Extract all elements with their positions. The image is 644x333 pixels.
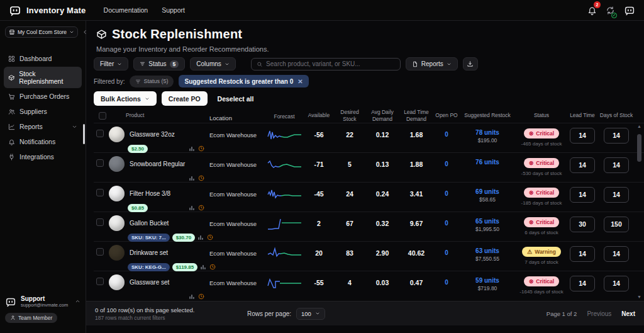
open-po-link[interactable]: 0 [445,274,448,286]
restock-filter-chip[interactable]: Suggested Restock is greater than 0 ✕ [179,75,308,87]
rows-per-page-select[interactable]: 100 [296,308,325,320]
column-header-status[interactable]: Status [515,112,568,119]
sidebar-item-stock-replenishment[interactable]: Stock Replenishment [4,67,82,88]
table-row[interactable]: Drinkware set SKU: KEG-G... $119.85 Ecom… [94,241,644,271]
product-name[interactable]: Filter Hose 3/8 [130,190,170,197]
nav-documentation[interactable]: Documentation [104,6,148,14]
lead-time-input[interactable]: 14 [570,187,595,203]
sync-status-button[interactable]: ✓ [606,4,615,16]
row-checkbox[interactable] [96,248,104,256]
column-header-lead-time-demand[interactable]: Lead Time Demand [399,109,433,122]
table-row[interactable]: Snowboard Regular Ecom Warehouse -71 5 0… [94,152,644,182]
sidebar-item-integrations[interactable]: Integrations [4,150,82,164]
column-header-days-of-stock[interactable]: Days of Stock [597,112,636,119]
lead-time-input[interactable]: 14 [570,157,595,173]
bar-chart-icon[interactable] [189,293,195,300]
clock-icon[interactable] [198,293,204,300]
reports-button[interactable]: Reports [406,57,458,71]
column-header-desired-stock[interactable]: Desired Stock [334,109,365,122]
open-po-link[interactable]: 0 [445,215,448,227]
bulk-actions-button[interactable]: Bulk Actions [94,91,157,106]
scrollbar-thumb[interactable] [637,134,641,162]
days-of-stock-input[interactable]: 14 [604,187,629,203]
product-name[interactable]: Glassware set [130,279,169,286]
open-po-link[interactable]: 0 [445,186,448,197]
open-po-link[interactable]: 0 [445,127,448,138]
suggested-restock-link[interactable]: 78 units [460,127,515,136]
table-row[interactable]: Glassware set Ecom Warehouse -55 4 0.03 [94,271,644,300]
bar-chart-icon[interactable] [189,175,195,181]
clock-icon[interactable] [198,205,204,211]
column-header-suggested-restock[interactable]: Suggested Restock [460,112,515,119]
row-checkbox[interactable] [96,189,104,196]
account-avatar[interactable] [624,4,635,16]
store-selector[interactable]: My Cool Ecom Store [5,26,78,38]
column-header-location[interactable]: Location [209,110,265,122]
scroll-up-icon[interactable]: ▲ [637,124,641,129]
lead-time-input[interactable]: 30 [570,217,595,232]
product-name[interactable]: Snowboard Regular [130,161,185,167]
lead-time-input[interactable]: 14 [570,128,595,144]
scroll-down-icon[interactable]: ▼ [637,295,641,300]
column-header-open-po[interactable]: Open PO [433,112,460,119]
suggested-restock-link[interactable]: 63 units [460,245,515,254]
clock-icon[interactable] [198,145,204,152]
nav-support[interactable]: Support [162,6,185,14]
days-of-stock-input[interactable]: 14 [604,246,629,262]
table-row[interactable]: Filter Hose 3/8 $0.85 Ecom Warehouse -45 [94,182,644,212]
status-filter-chip[interactable]: Status (5) [130,76,174,87]
suggested-restock-link[interactable]: 65 units [460,215,515,225]
product-name[interactable]: Drinkware set [130,249,168,256]
status-filter-button[interactable]: Status 5 [133,57,185,71]
days-of-stock-input[interactable]: 150 [604,217,629,232]
row-checkbox[interactable] [96,159,104,167]
support-account[interactable]: Support support@invmate.com [5,295,80,308]
next-page-button[interactable]: Next [621,310,635,317]
row-checkbox[interactable] [96,130,104,137]
clock-icon[interactable] [198,175,204,181]
bar-chart-icon[interactable] [200,264,206,270]
columns-button[interactable]: Columns [190,57,235,71]
sidebar-item-notifications[interactable]: Notifications [4,135,82,149]
sidebar-item-suppliers[interactable]: Suppliers [4,104,82,118]
lead-time-input[interactable]: 14 [570,276,595,291]
product-name[interactable]: Glassware 32oz [130,131,175,138]
table-scrollbar[interactable]: ▲ ▼ [636,124,643,300]
bar-chart-icon[interactable] [189,145,195,152]
create-po-button[interactable]: Create PO [162,91,208,106]
table-row[interactable]: Glassware 32oz $2.50 Ecom Warehouse -56 [94,123,644,152]
column-header-lead-time[interactable]: Lead Time [568,112,597,119]
sidebar-scrollbar-thumb[interactable] [83,124,85,144]
previous-page-button[interactable]: Previous [587,310,611,317]
column-header-avg-daily-demand[interactable]: Avg Daily Demand [365,109,399,122]
bar-chart-icon[interactable] [197,234,204,240]
export-button[interactable] [463,57,478,71]
filter-button[interactable]: Filter [94,57,128,71]
column-header-available[interactable]: Available [304,112,334,119]
days-of-stock-input[interactable]: 14 [604,157,629,173]
deselect-all-button[interactable]: Deselect all [218,95,254,103]
column-header-product[interactable]: Product [109,112,209,119]
suggested-restock-link[interactable]: 69 units [460,186,515,195]
suggested-restock-link[interactable]: 76 units [460,156,515,166]
search-input[interactable] [266,60,395,67]
available-cell: -55 [304,274,334,300]
bar-chart-icon[interactable] [189,205,195,211]
column-header-forecast[interactable]: Forecast [265,111,304,120]
days-of-stock-input[interactable]: 14 [604,128,629,144]
lead-time-input[interactable]: 14 [570,246,595,262]
suggested-restock-link[interactable]: 59 units [460,274,515,284]
open-po-link[interactable]: 0 [445,245,448,256]
sidebar-item-dashboard[interactable]: Dashboard [4,52,82,65]
select-all-checkbox[interactable] [99,112,106,120]
days-of-stock-input[interactable]: 14 [604,276,629,291]
open-po-link[interactable]: 0 [445,156,448,167]
notifications-button[interactable]: 2 [587,4,597,16]
row-checkbox[interactable] [96,278,104,285]
sidebar-item-reports[interactable]: Reports [4,120,82,133]
row-checkbox[interactable] [96,218,104,226]
remove-filter-icon[interactable]: ✕ [297,78,303,85]
sidebar-item-purchase-orders[interactable]: Purchase Orders [4,89,82,103]
product-name[interactable]: Gallon Bucket [130,220,169,227]
table-row[interactable]: Gallon Bucket SKU: SKU: 7... $30.70 Ecom… [94,212,644,241]
